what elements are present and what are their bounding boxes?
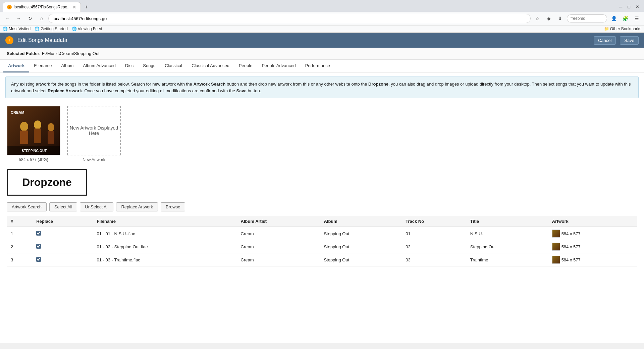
dropzone-area: Dropzone: [7, 169, 637, 196]
tab-songs[interactable]: Songs: [138, 60, 160, 72]
info-save-label: Save: [236, 88, 247, 93]
table-header: # Replace Filename Album Artist Album Tr…: [7, 216, 637, 227]
cell-album: Stepping Out: [320, 227, 401, 240]
row-checkbox[interactable]: [36, 231, 41, 236]
tab-disc[interactable]: Disc: [120, 60, 138, 72]
cancel-button[interactable]: Cancel: [594, 36, 616, 45]
cell-title: Stepping Out: [466, 240, 548, 253]
cell-checkbox[interactable]: [32, 227, 93, 240]
new-artwork-item: New Artwork Displayed Here New Artwork: [67, 106, 121, 162]
browser-chrome: ♪ localhost:4567/FixSongsRepo... ✕ + ─ □…: [0, 0, 644, 33]
info-text-1: Any existing artwork for the songs in th…: [11, 82, 193, 87]
col-album-artist: Album Artist: [237, 216, 320, 227]
cell-filename: 01 - 03 - Traintime.flac: [93, 253, 237, 266]
bookmark-viewing-feed[interactable]: 🌐 Viewing Feed: [72, 27, 102, 31]
dropzone-box[interactable]: Dropzone: [7, 169, 87, 196]
info-box: Any existing artwork for the songs in th…: [5, 77, 639, 98]
tab-filename[interactable]: Filename: [29, 60, 56, 72]
search-input[interactable]: [567, 14, 607, 22]
tab-people-advanced[interactable]: People Advanced: [257, 60, 300, 72]
bookmark-icon: 🌐: [35, 27, 40, 31]
favicon-icon: ♪: [7, 5, 12, 9]
action-buttons: Artwork Search Select All UnSelect All R…: [0, 199, 644, 215]
existing-artwork-label: 584 x 577 (JPG): [19, 157, 48, 162]
cell-artwork: 584 x 577: [548, 253, 637, 266]
cell-title: N.S.U.: [466, 227, 548, 240]
cell-artwork: 584 x 577: [548, 227, 637, 240]
tabs-bar: Artwork Filename Album Album Advanced Di…: [0, 60, 644, 72]
tab-classical-advanced[interactable]: Classical Advanced: [187, 60, 234, 72]
svg-point-4: [34, 120, 41, 129]
menu-icon[interactable]: ☰: [632, 14, 641, 23]
bookmark-most-visited[interactable]: 🌐 Most Visited: [3, 27, 31, 31]
svg-point-3: [20, 122, 28, 131]
new-tab-button[interactable]: +: [82, 3, 90, 11]
tab-performance[interactable]: Performance: [301, 60, 335, 72]
tab-artwork[interactable]: Artwork: [3, 60, 29, 72]
cell-filename: 01 - 02 - Stepping Out.flac: [93, 240, 237, 253]
app-title: Edit Songs Metadata: [17, 37, 590, 43]
cell-title: Traintime: [466, 253, 548, 266]
tab-album-advanced[interactable]: Album Advanced: [78, 60, 120, 72]
tab-classical[interactable]: Classical: [160, 60, 187, 72]
artwork-thumbnail: [552, 243, 560, 251]
tab-people[interactable]: People: [234, 60, 257, 72]
col-title: Title: [466, 216, 548, 227]
cell-checkbox[interactable]: [32, 253, 93, 266]
back-button[interactable]: ←: [3, 14, 12, 23]
col-replace: Replace: [32, 216, 93, 227]
refresh-button[interactable]: ↻: [25, 14, 35, 23]
cell-checkbox[interactable]: [32, 240, 93, 253]
address-bar[interactable]: [48, 14, 531, 23]
folder-icon: 📁: [604, 27, 609, 31]
tab-bar: ♪ localhost:4567/FixSongsRepo... ✕ + ─ □…: [0, 0, 644, 12]
cell-album-artist: Cream: [237, 253, 320, 266]
info-replace-label: Replace Artwork: [48, 88, 82, 93]
maximize-icon[interactable]: □: [626, 4, 632, 10]
page-content: Selected Folder: E:\Music\Cream\Stepping…: [0, 48, 644, 343]
col-track-no: Track No: [401, 216, 466, 227]
save-button[interactable]: Save: [620, 36, 639, 45]
existing-artwork-image: CREAM STEPPING OUT: [7, 106, 60, 155]
cell-filename: 01 - 01 - N.S.U..flac: [93, 227, 237, 240]
col-number: #: [7, 216, 32, 227]
artwork-area: CREAM STEPPING OUT 584 x 577 (JPG) New: [0, 102, 644, 165]
app-header: ♪ Edit Songs Metadata Cancel Save: [0, 33, 644, 48]
artwork-search-button[interactable]: Artwork Search: [7, 202, 47, 211]
row-checkbox[interactable]: [36, 244, 41, 249]
new-artwork-label: New Artwork: [83, 157, 105, 162]
browse-button[interactable]: Browse: [161, 202, 185, 211]
forward-button[interactable]: →: [14, 14, 23, 23]
cell-track-no: 01: [401, 227, 466, 240]
tab-album[interactable]: Album: [57, 60, 78, 72]
pocket-icon[interactable]: ◆: [544, 14, 553, 23]
bookmark-star-icon[interactable]: ☆: [533, 14, 542, 23]
profile-icon[interactable]: 👤: [609, 14, 619, 23]
app-logo: ♪: [5, 36, 13, 44]
bookmarks-bar: 🌐 Most Visited 🌐 Getting Started 🌐 Viewi…: [0, 26, 644, 33]
bookmark-getting-started[interactable]: 🌐 Getting Started: [35, 27, 68, 31]
bookmark-icon: 🌐: [72, 27, 77, 31]
cell-num: 1: [7, 227, 32, 240]
browser-tab[interactable]: ♪ localhost:4567/FixSongsRepo... ✕: [3, 2, 81, 12]
other-bookmarks[interactable]: 📁 Other Bookmarks: [604, 27, 641, 31]
cell-num: 2: [7, 240, 32, 253]
selected-folder-label: Selected Folder:: [7, 51, 41, 56]
minimize-icon[interactable]: ─: [617, 4, 624, 10]
songs-table-container: # Replace Filename Album Artist Album Tr…: [0, 216, 644, 273]
close-tab-icon[interactable]: ✕: [72, 4, 76, 10]
select-all-button[interactable]: Select All: [49, 202, 77, 211]
svg-rect-6: [20, 131, 28, 144]
replace-artwork-button[interactable]: Replace Artwork: [116, 202, 158, 211]
cell-artwork: 584 x 577: [548, 240, 637, 253]
home-button[interactable]: ⌂: [37, 14, 46, 23]
extensions-icon[interactable]: 🧩: [621, 14, 630, 23]
row-checkbox[interactable]: [36, 257, 41, 262]
cell-album: Stepping Out: [320, 240, 401, 253]
info-artwork-search-label: Artwork Search: [193, 82, 225, 87]
bookmark-icon: 🌐: [3, 27, 8, 31]
download-icon[interactable]: ⬇: [555, 14, 565, 23]
existing-artwork-item: CREAM STEPPING OUT 584 x 577 (JPG): [7, 106, 60, 162]
close-icon[interactable]: ✕: [634, 4, 641, 10]
unselect-all-button[interactable]: UnSelect All: [80, 202, 113, 211]
